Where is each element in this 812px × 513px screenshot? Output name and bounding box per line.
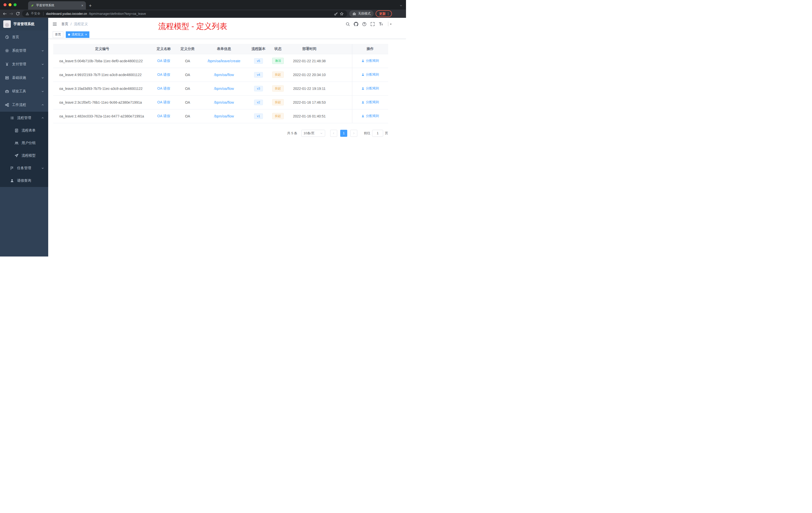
tag-process-definition[interactable]: 流程定义 × bbox=[66, 31, 89, 38]
main-area: 首页 / 流程定义 流程模型 - 定义列表 bbox=[48, 18, 406, 256]
assign-rule-link[interactable]: 分配规则 bbox=[361, 86, 379, 91]
sidebar-item[interactable]: 流程管理 bbox=[0, 112, 48, 124]
select-chevron-down-icon bbox=[320, 132, 323, 135]
sidebar-item[interactable]: 工作流程 bbox=[0, 98, 48, 112]
form-link[interactable]: /bpm/oa/flow bbox=[214, 87, 234, 91]
search-icon[interactable] bbox=[346, 22, 350, 26]
kebab-menu-icon[interactable] bbox=[386, 12, 390, 16]
version-cell: v2 bbox=[249, 95, 268, 109]
definition-name-link[interactable]: OA 请假 bbox=[157, 72, 170, 77]
definition-id-cell: oa_leave:5:004b710b-7b8a-11ec-8ef0-acde4… bbox=[53, 54, 151, 68]
category-cell: OA bbox=[176, 95, 199, 109]
tag-home[interactable]: 首页 bbox=[53, 31, 63, 38]
column-header: 表单信息 bbox=[199, 44, 249, 54]
assign-rule-link[interactable]: 分配规则 bbox=[361, 72, 379, 77]
sidebar-menu: 首页系统管理支付管理基础设施研发工具工作流程流程管理流程表单用户分组流程模型任务… bbox=[0, 30, 48, 187]
page-size-value: 10条/页 bbox=[303, 131, 315, 135]
send-icon bbox=[14, 154, 19, 158]
sidebar-item-label: 流程模型 bbox=[22, 153, 36, 158]
category-cell: OA bbox=[176, 82, 199, 95]
app-logo[interactable]: 芋道管理系统 bbox=[0, 18, 48, 30]
action-cell: 分配规则 bbox=[352, 95, 388, 109]
new-tab-button[interactable]: + bbox=[89, 3, 92, 8]
address-bar[interactable]: 不安全 dashboard.yudao.iocoder.cn/bpm/manag… bbox=[22, 10, 347, 17]
fullscreen-icon[interactable] bbox=[370, 22, 375, 26]
incognito-icon bbox=[352, 12, 356, 16]
status-cell: 激活 bbox=[268, 54, 288, 68]
table-row: oa_leave:3:1fad3d93-7b75-11ec-a3c8-acde4… bbox=[53, 82, 388, 95]
definition-name-link[interactable]: OA 请假 bbox=[157, 114, 170, 118]
navbar-actions bbox=[346, 22, 402, 26]
github-icon[interactable] bbox=[354, 22, 358, 26]
assign-rule-link[interactable]: 分配规则 bbox=[361, 58, 379, 63]
forward-icon[interactable] bbox=[9, 11, 13, 16]
hamburger-icon[interactable] bbox=[52, 22, 57, 27]
tab-close-icon[interactable]: × bbox=[81, 4, 83, 7]
definition-name-link[interactable]: OA 请假 bbox=[157, 59, 170, 63]
status-cell: 挂起 bbox=[268, 95, 288, 109]
breadcrumb-home[interactable]: 首页 bbox=[61, 22, 68, 26]
tab-title: 芋道管理系统 bbox=[36, 3, 79, 7]
breadcrumb: 首页 / 流程定义 bbox=[61, 22, 88, 26]
prev-page-button[interactable] bbox=[330, 130, 337, 137]
assign-rule-link[interactable]: 分配规则 bbox=[361, 100, 379, 104]
sidebar-item-label: 首页 bbox=[12, 35, 19, 39]
definition-name-cell: OA 请假 bbox=[151, 54, 176, 68]
definition-name-cell: OA 请假 bbox=[151, 109, 176, 123]
definition-name-link[interactable]: OA 请假 bbox=[157, 86, 170, 90]
sidebar-item[interactable]: 任务管理 bbox=[0, 162, 48, 175]
user-avatar[interactable] bbox=[388, 22, 388, 26]
omnibox-divider bbox=[43, 12, 44, 16]
table-row: oa_leave:4:991f2193-7b7f-11ec-a3c8-acde4… bbox=[53, 68, 388, 82]
minimize-window-button[interactable] bbox=[8, 3, 11, 6]
sidebar-item[interactable]: 基础设施 bbox=[0, 71, 48, 85]
question-icon[interactable] bbox=[362, 22, 367, 26]
font-size-icon[interactable] bbox=[379, 22, 383, 26]
status-cell: 挂起 bbox=[268, 82, 288, 95]
page-size-select[interactable]: 10条/页 bbox=[301, 130, 325, 137]
sidebar-item[interactable]: 系统管理 bbox=[0, 44, 48, 58]
back-icon[interactable] bbox=[2, 11, 7, 16]
form-cell: /bpm/oa/flow bbox=[199, 68, 249, 82]
not-secure-warning-icon bbox=[26, 12, 29, 16]
sidebar-item[interactable]: 用户分组 bbox=[0, 137, 48, 149]
update-button[interactable]: 更新 bbox=[376, 10, 392, 17]
fullscreen-window-button[interactable] bbox=[13, 3, 17, 6]
close-window-button[interactable] bbox=[3, 3, 6, 6]
status-tag: 挂起 bbox=[272, 113, 284, 119]
reload-icon[interactable] bbox=[16, 11, 20, 16]
sidebar-item[interactable]: 流程模型 bbox=[0, 149, 48, 162]
version-cell: v1 bbox=[249, 109, 268, 123]
next-page-button[interactable] bbox=[350, 130, 357, 137]
sidebar-item[interactable]: 请假查询 bbox=[0, 175, 48, 187]
sidebar-item-label: 研发工具 bbox=[12, 89, 26, 94]
column-header: 定义名称 bbox=[151, 44, 176, 54]
action-cell: 分配规则 bbox=[352, 82, 388, 95]
form-link[interactable]: /bpm/oa/flow bbox=[214, 100, 234, 104]
form-link[interactable]: /bpm/oa/flow bbox=[214, 73, 234, 77]
chevron-up-icon bbox=[41, 117, 44, 119]
form-link[interactable]: /bpm/oa/leave/create bbox=[208, 59, 240, 63]
assign-rule-link[interactable]: 分配规则 bbox=[361, 114, 379, 118]
action-cell: 分配规则 bbox=[352, 109, 388, 123]
tag-close-icon[interactable]: × bbox=[85, 33, 87, 36]
sidebar-item-label: 系统管理 bbox=[12, 49, 26, 53]
star-icon[interactable] bbox=[340, 12, 344, 16]
column-header: 部署时间 bbox=[288, 44, 331, 54]
sidebar-item[interactable]: 研发工具 bbox=[0, 85, 48, 98]
sidebar-item[interactable]: 首页 bbox=[0, 30, 48, 44]
tab-search-chevron-icon[interactable] bbox=[400, 4, 403, 7]
current-page-button[interactable]: 1 bbox=[340, 130, 347, 137]
sidebar-item[interactable]: 流程表单 bbox=[0, 124, 48, 137]
table-row: oa_leave:5:004b710b-7b8a-11ec-8ef0-acde4… bbox=[53, 54, 388, 68]
goto-page-input[interactable] bbox=[372, 130, 383, 137]
form-cell: /bpm/oa/flow bbox=[199, 109, 249, 123]
sidebar-item-label: 流程表单 bbox=[22, 128, 36, 133]
definition-name-link[interactable]: OA 请假 bbox=[157, 100, 170, 104]
deploy-time-cell: 2022-01-22 19:19:11 bbox=[288, 82, 331, 95]
form-link[interactable]: /bpm/oa/flow bbox=[214, 114, 234, 118]
sidebar-item[interactable]: 支付管理 bbox=[0, 58, 48, 71]
key-icon[interactable] bbox=[334, 12, 338, 16]
browser-tab[interactable]: 芋道管理系统 × bbox=[28, 1, 86, 9]
deploy-time-cell: 2022-01-22 20:34:10 bbox=[288, 68, 331, 82]
